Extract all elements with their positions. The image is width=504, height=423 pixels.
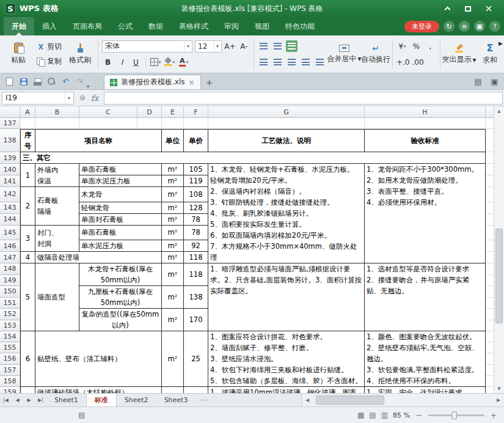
cell[interactable]: 序号	[20, 129, 35, 152]
cell[interactable]: 25	[184, 331, 208, 387]
store-icon[interactable]: ▣	[474, 21, 485, 32]
cell[interactable]: 石膏板 隔墙	[35, 187, 79, 226]
vertical-scrollbar[interactable]: ▲ ▼	[494, 106, 504, 393]
tab-page-layout[interactable]: 页面布局	[65, 17, 110, 35]
close-tab-icon[interactable]: ×	[189, 78, 195, 87]
cell[interactable]: 4	[20, 252, 35, 263]
redo-button[interactable]: ↷	[73, 75, 87, 89]
fill-color-button[interactable]: ▾	[164, 56, 175, 68]
cell[interactable]: m²	[162, 252, 184, 263]
cell[interactable]: 验收标准	[365, 129, 486, 152]
cell[interactable]: 单水泥压力板	[79, 240, 162, 252]
font-color-button[interactable]: A▾	[178, 56, 189, 68]
close-button[interactable]: ×	[478, 0, 499, 17]
cell[interactable]: 木龙骨	[79, 187, 162, 202]
row-header-138[interactable]: 138	[0, 129, 20, 152]
row-header-139[interactable]: 139	[0, 152, 20, 164]
paste-button[interactable]: 粘贴	[4, 42, 32, 67]
row-header-146[interactable]: 146	[0, 240, 20, 252]
row-header-137[interactable]: 137	[0, 118, 20, 129]
cell[interactable]: 做隔音处理墙	[35, 252, 162, 263]
new-file-button[interactable]	[2, 75, 16, 89]
cell[interactable]: 贴壁纸、壁布（清工辅料）	[35, 331, 162, 387]
help-icon[interactable]: ?	[489, 21, 500, 32]
cell[interactable]: 三、其它	[20, 152, 486, 164]
cut-button[interactable]: 剪切	[34, 41, 64, 53]
cell[interactable]	[486, 226, 494, 241]
cell[interactable]: 2	[20, 187, 35, 226]
formula-input[interactable]	[104, 92, 503, 105]
cell[interactable]	[486, 298, 494, 309]
row-header-145[interactable]: 145	[0, 226, 20, 241]
row-header-141[interactable]: 141	[0, 175, 20, 187]
cell[interactable]: 单面封石膏板	[79, 214, 162, 226]
select-all-corner[interactable]	[0, 106, 20, 118]
cell[interactable]: 118	[184, 252, 208, 263]
increase-decimal-button[interactable]: +.0	[396, 56, 410, 68]
cell[interactable]	[486, 286, 494, 298]
save-button[interactable]	[16, 75, 31, 89]
currency-format-button[interactable]: ¥▾	[396, 40, 408, 52]
cell[interactable]: 单面石膏板	[79, 164, 162, 175]
next-sheet-button[interactable]: ▶	[23, 397, 35, 403]
cell[interactable]	[486, 320, 494, 332]
sheet-tab-sheet1[interactable]: Sheet1	[46, 394, 86, 406]
column-header-I[interactable]: I	[486, 106, 494, 118]
cell[interactable]	[486, 365, 494, 376]
cell[interactable]	[35, 118, 79, 129]
tab-table-style[interactable]: 表格样式	[171, 17, 216, 35]
undo-button[interactable]: ↶	[59, 75, 73, 89]
cell[interactable]: 78	[184, 214, 208, 226]
merge-center-button[interactable]: 合并居中▾	[327, 37, 361, 72]
print-preview-button[interactable]	[45, 75, 59, 89]
horizontal-scrollbar[interactable]: ◀ ▶	[301, 394, 504, 406]
first-sheet-button[interactable]: |◀	[0, 397, 12, 403]
column-header-H[interactable]: H	[365, 106, 486, 118]
cell[interactable]: 3	[20, 226, 35, 252]
column-header-D[interactable]: D	[137, 106, 162, 118]
zoom-out-button[interactable]: −	[415, 411, 423, 420]
horizontal-scroll-track[interactable]	[313, 394, 493, 406]
cell[interactable]: 轻钢龙骨	[79, 202, 162, 214]
cell[interactable]: 138	[184, 286, 208, 309]
column-header-G[interactable]: G	[208, 106, 365, 118]
cell[interactable]: m²	[162, 214, 184, 226]
cell[interactable]	[79, 118, 137, 129]
row-header-159[interactable]: 159	[0, 387, 20, 393]
cell[interactable]	[486, 202, 494, 214]
window-views-icon[interactable]: ▤	[471, 75, 485, 89]
cell[interactable]: 6	[20, 331, 35, 387]
bold-button[interactable]: B	[102, 56, 114, 68]
font-size-select[interactable]: 12 ▾	[195, 40, 222, 53]
copy-button[interactable]: 复制	[34, 56, 64, 68]
cell[interactable]: 复杂的造型((厚在50mm 以内)	[79, 309, 162, 331]
row-header-153[interactable]: 153	[0, 320, 20, 332]
cell[interactable]	[486, 118, 494, 129]
row-header-152[interactable]: 152	[0, 309, 20, 320]
underline-button[interactable]: U	[130, 56, 142, 68]
cell[interactable]	[208, 118, 365, 129]
name-box[interactable]: I19 ▾	[2, 92, 74, 105]
tab-special-features[interactable]: 特色功能	[277, 17, 323, 35]
row-header-151[interactable]: 151	[0, 298, 20, 309]
cell[interactable]: 九厘板+石膏板(厚在 50mm以内)	[79, 286, 162, 309]
insert-function-icon[interactable]: ⊕	[79, 94, 86, 102]
cell[interactable]: 墙面造型	[35, 263, 79, 331]
cell[interactable]: 做玻璃砖隔墙（木结构外框） 浮法玻璃	[35, 387, 162, 393]
cell[interactable]: 1	[20, 164, 35, 187]
cell[interactable]: 单价	[184, 129, 208, 152]
cell[interactable]	[486, 240, 494, 252]
format-painter-button[interactable]: 格式刷	[66, 42, 94, 67]
cell[interactable]: 170	[184, 309, 208, 331]
cell[interactable]: 92	[184, 240, 208, 252]
cell[interactable]: 298	[184, 387, 208, 393]
highlight-button[interactable]: 突出显示▾	[442, 37, 476, 72]
cell[interactable]: 封门、 封洞	[35, 226, 79, 252]
row-header-156[interactable]: 156	[0, 353, 20, 364]
tab-review[interactable]: 审阅	[216, 17, 247, 35]
cell[interactable]: 78	[184, 226, 208, 241]
sheet-tab-sheet2[interactable]: Sheet2	[117, 394, 156, 406]
maximize-button[interactable]	[458, 0, 478, 17]
cell[interactable]: m²	[162, 387, 184, 393]
ribbon-overflow-icon[interactable]: ▶	[499, 40, 503, 46]
